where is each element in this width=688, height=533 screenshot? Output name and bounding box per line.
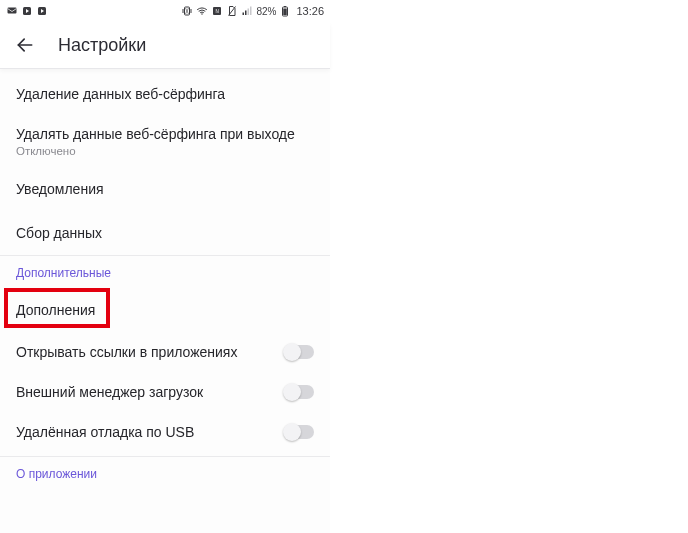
row-clear-browsing-data[interactable]: Удаление данных веб-сёрфинга	[0, 72, 330, 116]
row-label: Удаление данных веб-сёрфинга	[16, 86, 225, 102]
svg-rect-0	[8, 8, 17, 14]
svg-rect-13	[250, 7, 252, 16]
toggle-remote-usb-debug[interactable]	[284, 425, 314, 439]
statusbar: N 82% 13:26	[0, 0, 330, 22]
svg-rect-10	[243, 13, 245, 16]
row-secondary: Отключено	[16, 145, 314, 157]
no-sim-icon	[226, 5, 238, 17]
toggle-external-download-manager[interactable]	[284, 385, 314, 399]
row-label: Уведомления	[16, 181, 104, 197]
svg-rect-16	[284, 9, 288, 16]
svg-rect-15	[284, 6, 286, 7]
svg-rect-11	[245, 11, 247, 16]
row-label: Удалять данные веб-сёрфинга при выходе	[16, 126, 295, 142]
row-label: Удалённая отладка по USB	[16, 424, 284, 440]
play-icon-2	[36, 5, 48, 17]
battery-percent: 82%	[256, 6, 276, 17]
back-button[interactable]	[14, 34, 36, 56]
vibrate-icon	[181, 5, 193, 17]
row-remote-usb-debug[interactable]: Удалённая отладка по USB	[0, 412, 330, 452]
section-header-about[interactable]: О приложении	[0, 456, 330, 489]
settings-list: Удаление данных веб-сёрфинга Удалять дан…	[0, 68, 330, 489]
row-open-links-in-apps[interactable]: Открывать ссылки в приложениях	[0, 332, 330, 372]
battery-icon	[279, 5, 291, 17]
row-label: Сбор данных	[16, 225, 102, 241]
row-label: Дополнения	[16, 302, 95, 318]
row-label: Открывать ссылки в приложениях	[16, 344, 284, 360]
nfc-icon: N	[211, 5, 223, 17]
row-addons[interactable]: Дополнения	[0, 288, 330, 332]
clock: 13:26	[296, 5, 324, 17]
toggle-open-links-in-apps[interactable]	[284, 345, 314, 359]
row-external-download-manager[interactable]: Внешний менеджер загрузок	[0, 372, 330, 412]
play-icon	[21, 5, 33, 17]
wifi-icon	[196, 5, 208, 17]
signal-icon	[241, 5, 253, 17]
section-header-additional: Дополнительные	[0, 255, 330, 288]
page-title: Настройки	[58, 35, 146, 56]
row-data-collection[interactable]: Сбор данных	[0, 211, 330, 255]
app-header: Настройки	[0, 22, 330, 68]
svg-rect-12	[248, 9, 250, 16]
row-notifications[interactable]: Уведомления	[0, 167, 330, 211]
svg-point-6	[202, 13, 204, 15]
message-icon	[6, 5, 18, 17]
svg-text:N: N	[216, 9, 219, 14]
row-clear-on-exit[interactable]: Удалять данные веб-сёрфинга при выходе О…	[0, 116, 330, 167]
row-label: Внешний менеджер загрузок	[16, 384, 284, 400]
